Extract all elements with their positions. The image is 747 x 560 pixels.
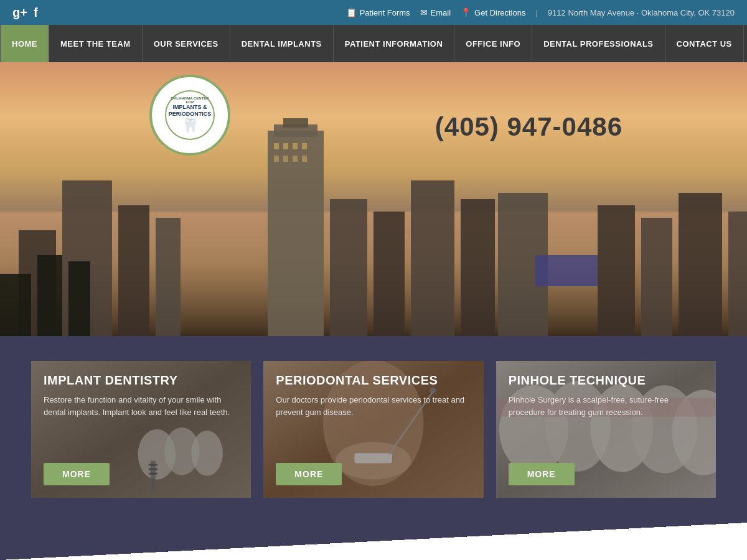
svg-rect-19 <box>461 199 495 336</box>
email-icon <box>420 7 428 17</box>
svg-rect-16 <box>330 199 367 336</box>
nav-home[interactable]: HOME <box>0 25 49 62</box>
social-links: g+ f <box>12 6 38 20</box>
nav-office-info[interactable]: OFFICE INFO <box>454 25 532 62</box>
directions-label: Get Directions <box>474 8 525 17</box>
card-desc-2: Our doctors provide periodontal services… <box>276 394 471 418</box>
card-btn-wrap-3: MORE <box>496 454 716 498</box>
logo-top-text: OKLAHOMA CENTER FOR <box>169 96 210 104</box>
card-implant-dentistry: IMPLANT DENTISTRY Restore the function a… <box>31 361 251 498</box>
pinhole-technique-more-button[interactable]: MORE <box>509 463 575 485</box>
svg-rect-7 <box>283 118 308 128</box>
svg-rect-25 <box>728 212 747 336</box>
facebook-icon[interactable]: f <box>34 6 38 20</box>
card-btn-wrap-2: MORE <box>263 454 483 498</box>
card-content-3: PINHOLE TECHNIQUE Pinhole Surgery is a s… <box>496 361 716 454</box>
nav-contact-us[interactable]: CONTACT US <box>665 25 744 62</box>
svg-rect-14 <box>293 156 298 162</box>
logo-inner: OKLAHOMA CENTER FOR IMPLANTS &PERIODONTI… <box>165 90 215 140</box>
directions-link[interactable]: Get Directions <box>461 7 525 17</box>
location-icon <box>461 7 471 17</box>
card-title-3: PINHOLE TECHNIQUE <box>509 373 703 388</box>
svg-rect-18 <box>411 180 454 336</box>
svg-rect-4 <box>156 218 181 336</box>
address: 9112 North May Avenue · Oklahoma City, O… <box>548 8 735 17</box>
bottom-section <box>0 523 747 560</box>
svg-rect-23 <box>641 218 672 336</box>
card-title-2: PERIODONTAL SERVICES <box>276 373 471 388</box>
nav-meet-the-team[interactable]: MEET THE TEAM <box>49 25 143 62</box>
card-content-2: PERIODONTAL SERVICES Our doctors provide… <box>263 361 483 454</box>
google-plus-icon[interactable]: g+ <box>12 6 27 20</box>
implant-dentistry-more-button[interactable]: MORE <box>44 463 110 485</box>
periodontal-services-more-button[interactable]: MORE <box>276 463 342 485</box>
logo-main-text: IMPLANTS &PERIODONTICS <box>169 104 212 118</box>
svg-rect-15 <box>302 156 307 162</box>
card-desc-3: Pinhole Surgery is a scalpel-free, sutur… <box>509 394 703 418</box>
email-label: Email <box>431 8 451 17</box>
svg-rect-17 <box>374 212 405 336</box>
svg-rect-13 <box>283 156 288 162</box>
card-desc-1: Restore the function and vitality of you… <box>44 394 238 418</box>
form-icon <box>346 7 357 17</box>
patient-forms-label: Patient Forms <box>360 8 410 17</box>
svg-rect-24 <box>679 193 722 336</box>
hero-phone: (405) 947-0486 <box>435 112 622 142</box>
svg-rect-11 <box>302 143 307 149</box>
divider: | <box>535 8 537 17</box>
nav-dental-implants[interactable]: DENTAL IMPLANTS <box>230 25 334 62</box>
svg-rect-3 <box>118 205 149 336</box>
city-skyline <box>0 118 747 336</box>
card-btn-wrap-1: MORE <box>31 454 251 498</box>
svg-rect-27 <box>37 255 62 336</box>
patient-forms-link[interactable]: Patient Forms <box>346 7 410 17</box>
clinic-logo: OKLAHOMA CENTER FOR IMPLANTS &PERIODONTI… <box>149 75 230 156</box>
card-content-1: IMPLANT DENTISTRY Restore the function a… <box>31 361 251 454</box>
svg-rect-28 <box>68 261 90 336</box>
top-bar-right: Patient Forms Email Get Directions | 911… <box>346 7 735 17</box>
svg-rect-10 <box>293 143 298 149</box>
hero-section: OKLAHOMA CENTER FOR IMPLANTS &PERIODONTI… <box>0 62 747 336</box>
cards-section: IMPLANT DENTISTRY Restore the function a… <box>0 336 747 523</box>
email-link[interactable]: Email <box>420 7 451 17</box>
nav-patient-information[interactable]: PATIENT INFORMATION <box>334 25 455 62</box>
main-nav: HOME MEET THE TEAM OUR SERVICES DENTAL I… <box>0 25 747 62</box>
card-pinhole-technique: PINHOLE TECHNIQUE Pinhole Surgery is a s… <box>496 361 716 498</box>
card-title-1: IMPLANT DENTISTRY <box>44 373 238 388</box>
svg-rect-12 <box>274 156 279 162</box>
nav-our-services[interactable]: OUR SERVICES <box>143 25 230 62</box>
svg-rect-8 <box>274 143 279 149</box>
nav-dental-professionals[interactable]: DENTAL PROFESSIONALS <box>532 25 665 62</box>
svg-rect-22 <box>598 205 635 336</box>
top-bar: g+ f Patient Forms Email Get Directions … <box>0 0 747 25</box>
logo-tooth-icon: 🦷 <box>182 118 199 134</box>
card-periodontal-services: PERIODONTAL SERVICES Our doctors provide… <box>263 361 483 498</box>
svg-rect-9 <box>283 143 288 149</box>
svg-rect-21 <box>535 255 598 286</box>
svg-rect-26 <box>0 274 31 336</box>
